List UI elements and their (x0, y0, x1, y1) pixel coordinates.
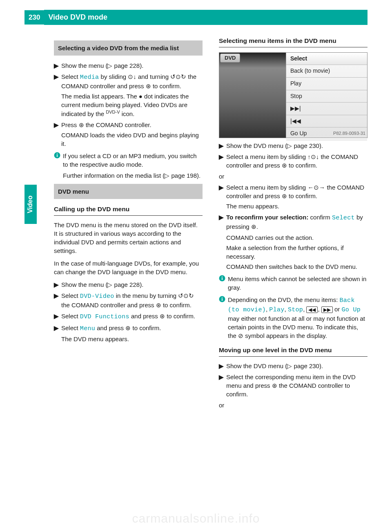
info-icon: i (54, 152, 63, 180)
step-marker-icon: ▶ (54, 324, 61, 343)
slide-horizontal-icon: ←⊙→ (307, 184, 325, 191)
press-icon: ⊛ (272, 382, 277, 389)
screenshot-item-back: Back (to movie) (286, 65, 367, 78)
rewind-icon: ◀◀ (306, 306, 318, 313)
prohibit-icon: ⊘ (238, 332, 243, 339)
content-area: Selecting a video DVD from the media lis… (0, 36, 392, 411)
page-header: 230 Video DVD mode (0, 0, 392, 25)
press-icon: ⊛ (79, 121, 84, 128)
screenshot-item-play: Play (286, 78, 367, 90)
step-marker-icon: ▶ (219, 141, 226, 150)
ui-term-dvd-functions: DVD Functions (80, 313, 129, 320)
ui-term-goup: Go Up (342, 306, 361, 313)
press-icon: ⊛ (160, 313, 165, 320)
ui-term-media: Media (80, 74, 99, 81)
slide-vertical-icon: ↑⊙↓ (307, 153, 319, 160)
slide-down-icon: ⊙↓ (128, 73, 136, 80)
press-icon: ⊛ (146, 83, 151, 89)
screenshot-caption: P82.89-0093-31 (333, 130, 365, 136)
side-tab-video: Video (24, 185, 37, 224)
press-icon: ⊛ (282, 162, 287, 169)
left-column: Selecting a video DVD from the media lis… (54, 36, 203, 411)
dvd-v-icon: DVD-V (106, 110, 120, 114)
step-marker-icon: ▶ (219, 373, 226, 398)
dvd-menu-screenshot: DVD Select Back (to movie) Play Stop ▶▶|… (219, 52, 368, 138)
press-icon: ⊛ (125, 324, 131, 331)
step-marker-icon: ▶ (54, 280, 61, 289)
step-select-item-vertical: ▶ Select a menu item by sliding ↑⊙↓ the … (219, 152, 368, 170)
step-marker-icon: ▶ (54, 61, 61, 70)
screenshot-item-prev: |◀◀ (286, 115, 367, 128)
info-note-gray-items: i Menu items which cannot be selected ar… (219, 275, 368, 292)
step-marker-icon: ▶ (219, 183, 226, 210)
paragraph: COMAND carries out the action. (226, 233, 368, 242)
paragraph: In the case of multi-language DVDs, for … (54, 259, 203, 276)
info-note-1: i If you select a CD or an MP3 medium, y… (54, 152, 203, 180)
paragraph: The DVD menu is the menu stored on the D… (54, 221, 203, 255)
ui-term-stop: Stop (288, 306, 303, 313)
dot-icon: ● (139, 93, 143, 100)
watermark: carmanualsonline.info (0, 510, 392, 527)
info-note-depending-dvd: i Depending on the DVD, the menu items: … (219, 296, 368, 340)
screenshot-item-select: Select (286, 53, 367, 65)
ui-term-menu: Menu (80, 325, 95, 332)
press-icon: ⊛ (156, 302, 161, 308)
fast-forward-icon: ▶▶ (321, 306, 333, 313)
press-icon: ⊛ (251, 223, 256, 230)
page-number: 230 (24, 10, 44, 25)
subheading-moving-up-level: Moving up one level in the DVD menu (219, 346, 368, 357)
press-icon: ⊛ (282, 192, 287, 199)
screenshot-item-stop: Stop (286, 90, 367, 103)
step-show-dvd-menu-2: ▶ Show the DVD menu (▷ page 230). (219, 362, 368, 370)
step-marker-icon: ▶ (219, 362, 226, 370)
step-marker-icon: ▶ (54, 312, 61, 321)
subheading-selecting-menu-items: Selecting menu items in the DVD menu (219, 36, 368, 47)
step-show-menu-1: ▶ Show the menu (▷ page 228). (54, 61, 203, 70)
step-marker-icon: ▶ (54, 121, 61, 148)
step-select-dvd-functions: ▶ Select DVD Functions and press ⊛ to co… (54, 312, 203, 321)
heading-dvd-menu: DVD menu (54, 184, 203, 199)
or-text: or (219, 401, 368, 409)
ui-term-select: Select (332, 215, 355, 221)
screenshot-video-area: DVD (219, 53, 286, 138)
screenshot-menu-list: Select Back (to movie) Play Stop ▶▶| |◀◀… (286, 53, 367, 138)
step-marker-icon: ▶ (54, 72, 61, 118)
step-marker-icon: ▶ (219, 213, 226, 231)
info-icon: i (219, 296, 228, 340)
step-reconfirm-selection: ▶ To reconfirm your selection: confirm S… (219, 213, 368, 231)
step-show-menu-2: ▶ Show the menu (▷ page 228). (54, 280, 203, 289)
turn-icon: ↺⊙↻ (178, 292, 194, 299)
paragraph: Make a selection from the further option… (226, 244, 368, 261)
step-select-media: ▶ Select Media by sliding ⊙↓ and turning… (54, 72, 203, 118)
step-marker-icon: ▶ (54, 291, 61, 309)
paragraph: COMAND then switches back to the DVD men… (226, 262, 368, 271)
ui-term-play: Play (269, 306, 284, 313)
step-show-dvd-menu-1: ▶ Show the DVD menu (▷ page 230). (219, 141, 368, 150)
subheading-calling-dvd-menu: Calling up the DVD menu (54, 205, 203, 216)
right-column: Selecting menu items in the DVD menu DVD… (219, 36, 368, 411)
turn-icon: ↺⊙↻ (170, 73, 186, 80)
screenshot-item-next: ▶▶| (286, 103, 367, 115)
page-title: Video DVD mode (44, 10, 368, 25)
step-select-corresponding: ▶ Select the corresponding menu item in … (219, 373, 368, 398)
ui-term-dvd-video: DVD-Video (80, 293, 114, 300)
step-marker-icon: ▶ (219, 152, 226, 170)
info-icon: i (219, 275, 228, 292)
step-select-dvd-video: ▶ Select DVD-Video in the menu by turnin… (54, 291, 203, 309)
step-press-comand: ▶ Press ⊛ the COMAND controller. COMAND … (54, 121, 203, 148)
step-select-menu: ▶ Select Menu and press ⊛ to confirm. Th… (54, 324, 203, 343)
screenshot-dvd-tab: DVD (220, 54, 240, 63)
heading-selecting-media-list: Selecting a video DVD from the media lis… (54, 40, 203, 56)
or-text: or (219, 172, 368, 181)
step-select-item-horizontal: ▶ Select a menu item by sliding ←⊙→ the … (219, 183, 368, 210)
